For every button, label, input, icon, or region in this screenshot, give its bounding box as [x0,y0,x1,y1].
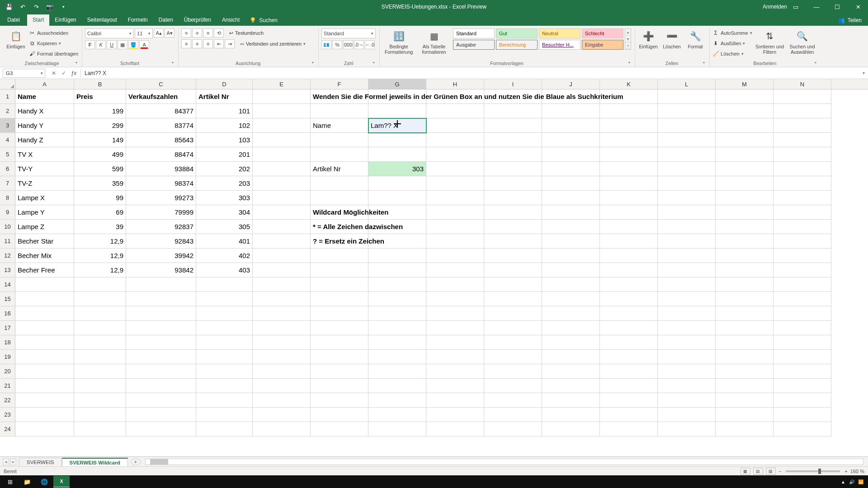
cell-A3[interactable]: Handy Y [15,118,74,133]
expand-formula-bar-icon[interactable]: ▾ [859,70,868,75]
row-header-6[interactable]: 6 [0,162,15,176]
cell-G15[interactable] [368,292,426,306]
cell-D10[interactable]: 305 [196,220,253,234]
cell-N16[interactable] [774,306,831,321]
cell-F5[interactable] [311,147,368,162]
cell-I2[interactable] [484,104,542,118]
cell-I4[interactable] [484,133,542,147]
cell-M9[interactable] [716,205,774,220]
cell-C6[interactable]: 93884 [126,162,196,176]
cell-H15[interactable] [426,292,484,306]
cell-M16[interactable] [716,306,774,321]
cell-J24[interactable] [542,422,600,436]
row-header-16[interactable]: 16 [0,306,15,321]
cell-M20[interactable] [716,364,774,379]
cell-E23[interactable] [253,408,311,422]
row-header-17[interactable]: 17 [0,321,15,335]
cell-C9[interactable]: 79999 [126,205,196,220]
cell-M8[interactable] [716,191,774,205]
camera-icon[interactable]: 📷 [43,1,56,13]
cell-K6[interactable] [600,162,658,176]
font-size-combo[interactable]: 11 [135,28,153,38]
cell-N1[interactable] [774,89,831,104]
cell-N6[interactable] [774,162,831,176]
cell-I12[interactable] [484,249,542,263]
cell-D1[interactable]: Artikel Nr [196,89,253,104]
cell-F7[interactable] [311,176,368,191]
name-box[interactable]: G3 [3,69,45,78]
cell-H11[interactable] [426,234,484,249]
cell-D3[interactable]: 102 [196,118,253,133]
cell-D20[interactable] [196,364,253,379]
cell-E24[interactable] [253,422,311,436]
grow-font-icon[interactable]: A▴ [154,28,164,38]
cell-A23[interactable] [15,408,74,422]
cell-D14[interactable] [196,277,253,292]
cell-A11[interactable]: Becher Star [15,234,74,249]
cell-E9[interactable] [253,205,311,220]
italic-button[interactable]: K [96,40,106,49]
cell-C21[interactable] [126,379,196,393]
cell-J12[interactable] [542,249,600,263]
cell-C5[interactable]: 88474 [126,147,196,162]
cell-E7[interactable] [253,176,311,191]
border-button[interactable]: ▦ [118,40,127,49]
enter-formula-icon[interactable]: ✓ [60,70,68,76]
font-name-combo[interactable]: Calibri [85,28,134,38]
cell-B13[interactable]: 12,9 [74,263,126,277]
cell-E18[interactable] [253,335,311,350]
cell-H14[interactable] [426,277,484,292]
cell-D5[interactable]: 201 [196,147,253,162]
share-button[interactable]: 👥Teilen [832,15,868,26]
cell-N17[interactable] [774,321,831,335]
cell-F17[interactable] [311,321,368,335]
cell-D15[interactable] [196,292,253,306]
cell-F14[interactable] [311,277,368,292]
cell-A8[interactable]: Lampe X [15,191,74,205]
cell-A2[interactable]: Handy X [15,104,74,118]
cell-D23[interactable] [196,408,253,422]
cell-A7[interactable]: TV-Z [15,176,74,191]
cell-H10[interactable] [426,220,484,234]
row-header-19[interactable]: 19 [0,350,15,364]
cell-N9[interactable] [774,205,831,220]
cell-E5[interactable] [253,147,311,162]
number-format-combo[interactable]: Standard [321,28,376,38]
cell-G16[interactable] [368,306,426,321]
cell-F1[interactable]: Wenden Sie die Formel jeweils in der Grü… [311,89,368,104]
cell-F21[interactable] [311,379,368,393]
row-header-8[interactable]: 8 [0,191,15,205]
cell-H21[interactable] [426,379,484,393]
cell-C7[interactable]: 98374 [126,176,196,191]
cell-I13[interactable] [484,263,542,277]
align-bottom-icon[interactable]: ≡ [203,28,213,38]
cell-H19[interactable] [426,350,484,364]
cell-D16[interactable] [196,306,253,321]
cell-E22[interactable] [253,393,311,408]
cell-G2[interactable] [368,104,426,118]
cell-K5[interactable] [600,147,658,162]
indent-increase-icon[interactable]: ⇥ [225,39,235,48]
cell-C12[interactable]: 39942 [126,249,196,263]
view-pagebreak-icon[interactable]: ▧ [766,468,776,475]
zoom-out-icon[interactable]: − [778,469,781,474]
cell-L23[interactable] [658,408,716,422]
cell-E10[interactable] [253,220,311,234]
accounting-icon[interactable]: 💶 [321,40,331,49]
cell-G5[interactable] [368,147,426,162]
cell-L12[interactable] [658,249,716,263]
underline-button[interactable]: U [107,40,117,49]
cell-K2[interactable] [600,104,658,118]
col-header-G[interactable]: G [368,79,426,89]
cell-B7[interactable]: 359 [74,176,126,191]
cell-M1[interactable] [716,89,774,104]
fx-icon[interactable]: ƒx [70,70,78,76]
cell-M3[interactable] [716,118,774,133]
cell-M15[interactable] [716,292,774,306]
cell-B19[interactable] [74,350,126,364]
cell-N20[interactable] [774,364,831,379]
cell-F10[interactable]: * = Alle Zeichen dazwischen [311,220,368,234]
cell-J20[interactable] [542,364,600,379]
cell-L6[interactable] [658,162,716,176]
cell-M10[interactable] [716,220,774,234]
